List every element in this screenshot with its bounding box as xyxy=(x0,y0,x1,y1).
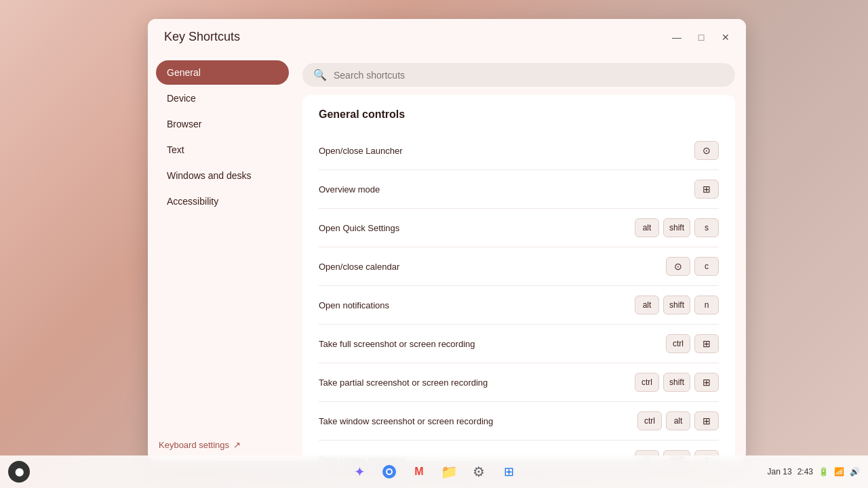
shortcut-keys: ⊙ c xyxy=(666,257,719,276)
shortcuts-panel: General controls Open/close Launcher ⊙ O… xyxy=(302,95,735,461)
window-body: General Device Browser Text Windows and … xyxy=(148,55,746,461)
shortcut-label: Take full screenshot or screen recording xyxy=(319,339,475,349)
titlebar: Key Shortcuts — □ ✕ xyxy=(148,19,746,55)
shortcut-keys: ⊞ xyxy=(694,180,719,199)
taskbar-center: ✦ M 📁 ⚙ ⊞ xyxy=(347,460,521,484)
sidebar-item-text[interactable]: Text xyxy=(156,138,289,162)
key-s: s xyxy=(694,218,719,237)
key-ctrl: ctrl xyxy=(635,373,659,392)
key-overview-icon: ⊞ xyxy=(694,411,719,430)
taskbar-time: 2:43 xyxy=(797,467,813,476)
key-shift: shift xyxy=(663,373,690,392)
taskbar-left: ⬤ xyxy=(8,461,30,483)
taskbar-app-chrome[interactable] xyxy=(377,460,401,484)
key-shift: shift xyxy=(663,296,690,314)
shortcut-keys: alt shift s xyxy=(635,218,719,237)
shortcut-row-take-partial-screenshot: Take partial screenshot or screen record… xyxy=(319,363,719,402)
key-overview-icon: ⊞ xyxy=(694,373,719,392)
shortcut-keys: ⊙ xyxy=(694,141,719,160)
shortcut-label: Open/close calendar xyxy=(319,262,399,272)
close-button[interactable]: ✕ xyxy=(716,28,735,47)
sidebar-nav: General Device Browser Text Windows and … xyxy=(156,60,289,214)
sidebar-item-accessibility[interactable]: Accessibility xyxy=(156,189,289,214)
key-c: c xyxy=(694,257,719,276)
taskbar-date: Jan 13 xyxy=(768,467,792,476)
search-input[interactable] xyxy=(334,70,724,81)
shortcut-row-open-quick-settings: Open Quick Settings alt shift s xyxy=(319,209,719,247)
system-tray-icon[interactable]: ⬤ xyxy=(8,461,30,483)
panel-title: General controls xyxy=(319,108,719,121)
sidebar-item-windows-and-desks[interactable]: Windows and desks xyxy=(156,163,289,188)
wifi-icon: 📶 xyxy=(834,467,844,476)
external-link-icon: ↗ xyxy=(233,440,241,450)
maximize-button[interactable]: □ xyxy=(692,28,711,47)
sidebar-item-browser[interactable]: Browser xyxy=(156,112,289,136)
shortcut-label: Overview mode xyxy=(319,184,380,195)
shortcut-label: Take partial screenshot or screen record… xyxy=(319,378,488,388)
taskbar-right: Jan 13 2:43 🔋 📶 🔊 xyxy=(768,467,860,476)
shortcut-keys: ctrl ⊞ xyxy=(666,334,719,353)
shortcut-row-open-close-calendar: Open/close calendar ⊙ c xyxy=(319,247,719,286)
sidebar: General Device Browser Text Windows and … xyxy=(148,55,297,461)
keyboard-settings-link[interactable]: Keyboard settings ↗ xyxy=(156,434,289,455)
key-launcher-icon: ⊙ xyxy=(694,141,719,160)
key-alt: alt xyxy=(635,296,659,314)
key-ctrl: ctrl xyxy=(637,411,662,430)
taskbar-app-files[interactable]: 📁 xyxy=(437,460,461,484)
taskbar-app-gmail[interactable]: M xyxy=(407,460,431,484)
key-alt: alt xyxy=(635,218,659,237)
key-n: n xyxy=(694,296,719,314)
taskbar-app-assistant[interactable]: ✦ xyxy=(347,460,372,484)
key-alt: alt xyxy=(666,411,690,430)
key-overview-icon: ⊞ xyxy=(694,334,719,353)
shortcut-keys: ctrl shift ⊞ xyxy=(635,373,719,392)
window-title: Key Shortcuts xyxy=(159,24,240,49)
volume-icon: 🔊 xyxy=(850,467,860,476)
shortcut-label: Open notifications xyxy=(319,300,389,310)
key-ctrl: ctrl xyxy=(666,334,690,353)
sidebar-item-device[interactable]: Device xyxy=(156,86,289,110)
taskbar-app-settings[interactable]: ⚙ xyxy=(467,460,491,484)
shortcut-label: Take window screenshot or screen recordi… xyxy=(319,416,493,426)
shortcut-row-overview-mode: Overview mode ⊞ xyxy=(319,170,719,209)
key-overview-icon: ⊞ xyxy=(694,180,719,199)
shortcut-row-open-close-launcher: Open/close Launcher ⊙ xyxy=(319,131,719,170)
svg-point-2 xyxy=(387,470,391,474)
shortcut-keys: alt shift n xyxy=(635,296,719,314)
minimize-button[interactable]: — xyxy=(667,28,686,47)
taskbar: ⬤ ✦ M 📁 ⚙ ⊞ Jan 13 2:43 🔋 📶 🔊 xyxy=(0,455,868,488)
key-shortcuts-window: Key Shortcuts — □ ✕ General Device Brows… xyxy=(148,19,746,461)
shortcut-row-take-full-screenshot: Take full screenshot or screen recording… xyxy=(319,325,719,363)
search-bar: 🔍 xyxy=(302,63,735,87)
battery-icon: 🔋 xyxy=(818,467,829,476)
window-controls: — □ ✕ xyxy=(667,28,735,47)
shortcut-row-take-window-screenshot: Take window screenshot or screen recordi… xyxy=(319,402,719,441)
search-icon: 🔍 xyxy=(313,68,327,81)
shortcut-label: Open Quick Settings xyxy=(319,223,399,233)
shortcut-label: Open/close Launcher xyxy=(319,146,403,156)
taskbar-app-apps[interactable]: ⊞ xyxy=(496,460,521,484)
key-launcher-icon: ⊙ xyxy=(666,257,690,276)
sidebar-item-general[interactable]: General xyxy=(156,60,289,85)
main-content: 🔍 General controls Open/close Launcher ⊙… xyxy=(297,55,746,461)
shortcut-row-open-notifications: Open notifications alt shift n xyxy=(319,286,719,325)
key-shift: shift xyxy=(663,218,690,237)
shortcut-keys: ctrl alt ⊞ xyxy=(637,411,719,430)
